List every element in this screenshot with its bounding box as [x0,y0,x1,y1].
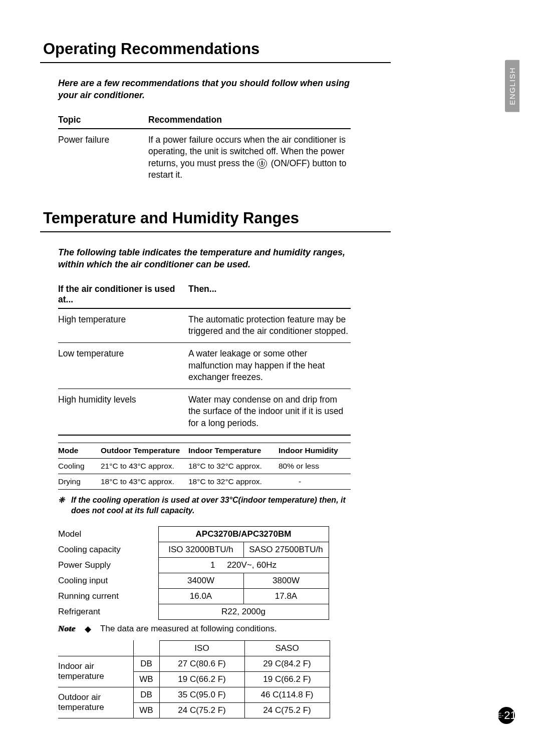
header-topic: Topic [58,115,148,125]
mode-row: Drying 18°C to 43°C approx. 18°C to 32°C… [58,474,351,490]
table-row: Power failure If a power failure occurs … [58,129,351,187]
page-number-value: 21 [504,709,516,722]
language-tab: ENGLISH [505,60,519,112]
page-number: E-21 [498,707,515,724]
spec-label: Model [58,526,158,542]
note-text: The data are measured at following condi… [100,624,277,634]
mode-table: Mode Outdoor Temperature Indoor Temperat… [58,443,351,490]
spec-value: 16.0A [158,588,243,604]
section1-intro: Here are a few recommendations that you … [58,77,351,102]
header-outdoor-temp: Outdoor Temperature [101,446,188,455]
indoor-cell: 18°C to 32°C approx. [188,477,279,486]
indoor-wb-iso: 19 C(66.2 F) [159,671,244,687]
mode-table-header: Mode Outdoor Temperature Indoor Temperat… [58,443,351,459]
header-indoor-temp: Indoor Temperature [188,446,279,455]
spec-value: 1 220V~, 60Hz [158,557,329,573]
spec-label: Running current [58,588,158,604]
spec-value: 3400W [158,573,243,588]
mode-row: Cooling 21°C to 43°C approx. 18°C to 32°… [58,459,351,474]
cond-cell: Low temperature [58,348,188,384]
spec-model: APC3270B/APC3270BM [158,526,329,542]
spec-value: 3800W [243,573,329,588]
table-header: Topic Recommendation [58,115,351,129]
rec-cell: If a power failure occurs when the air c… [148,134,351,182]
page-prefix: E- [497,712,503,719]
section2-intro: The following table indicates the temper… [58,246,351,271]
spec-table: Model APC3270B/APC3270BM Cooling capacit… [58,526,329,620]
footnote-mark: ❈ [58,495,71,516]
spec-label: Power Supply [58,557,158,573]
outdoor-db-label: DB [133,687,159,702]
onoff-icon [257,159,267,169]
outdoor-wb-iso: 24 C(75.2 F) [159,702,244,718]
section2-content: The following table indicates the temper… [40,246,351,718]
footnote-text: If the cooling operation is used at over… [71,495,351,516]
table-row: Low temperature A water leakage or some … [58,343,351,389]
outdoor-wb-label: WB [133,702,159,718]
table-row: High humidity levels Water may condense … [58,389,351,436]
outdoor-cell: 21°C to 43°C approx. [101,462,188,471]
header-recommendation: Recommendation [148,115,351,125]
indoor-db-iso: 27 C(80.6 F) [159,656,244,671]
note-line: Note ◆ The data are measured at followin… [58,624,351,634]
footnote: ❈ If the cooling operation is used at ov… [58,495,351,516]
conditions-table: ISO SASO Indoor air temperature DB 27 C(… [58,640,330,718]
indoor-wb-label: WB [133,671,159,687]
then-cell: The automatic protection feature may be … [188,314,351,337]
cond-cell: High temperature [58,314,188,337]
spec-label: Cooling capacity [58,542,158,557]
manual-page: ENGLISH Operating Recommendations Here a… [0,0,541,756]
bullet-icon: ◆ [85,624,91,634]
table-row: High temperature The automatic protectio… [58,309,351,343]
topic-cell: Power failure [58,134,148,182]
section2-title: Temperature and Humidity Ranges [40,209,481,231]
outdoor-label: Outdoor air temperature [58,687,133,718]
header-saso: SASO [244,640,330,656]
header-mode: Mode [58,446,101,455]
outdoor-db-saso: 46 C(114.8 F) [244,687,330,702]
humidity-cell: - [279,477,351,486]
mode-cell: Cooling [58,462,101,471]
spec-value: ISO 32000BTU/h [158,542,243,557]
spec-label: Refrigerant [58,604,158,619]
spec-value: 17.8A [243,588,329,604]
table-header: If the air conditioner is used at... The… [58,284,351,309]
then-cell: Water may condense on and drip from the … [188,394,351,430]
outdoor-cell: 18°C to 43°C approx. [101,477,188,486]
header-iso: ISO [159,640,244,656]
outdoor-db-iso: 35 C(95.0 F) [159,687,244,702]
section1-content: Here are a few recommendations that you … [40,77,351,186]
spec-value: SASO 27500BTU/h [243,542,329,557]
then-cell: A water leakage or some other malfunctio… [188,348,351,384]
spec-label: Cooling input [58,573,158,588]
indoor-wb-saso: 19 C(66.2 F) [244,671,330,687]
title-rule [40,62,391,63]
mode-cell: Drying [58,477,101,486]
outdoor-wb-saso: 24 C(75.2 F) [244,702,330,718]
spec-value: R22, 2000g [158,604,329,619]
header-indoor-humidity: Indoor Humidity [279,446,351,455]
indoor-db-label: DB [133,656,159,671]
section1-title: Operating Recommendations [40,40,481,62]
note-word: Note [58,624,76,634]
title-rule [40,231,391,232]
header-then: Then... [188,284,351,305]
cond-cell: High humidity levels [58,394,188,430]
header-condition: If the air conditioner is used at... [58,284,188,305]
humidity-cell: 80% or less [279,462,351,471]
indoor-cell: 18°C to 32°C approx. [188,462,279,471]
indoor-db-saso: 29 C(84.2 F) [244,656,330,671]
indoor-label: Indoor air temperature [58,656,133,687]
